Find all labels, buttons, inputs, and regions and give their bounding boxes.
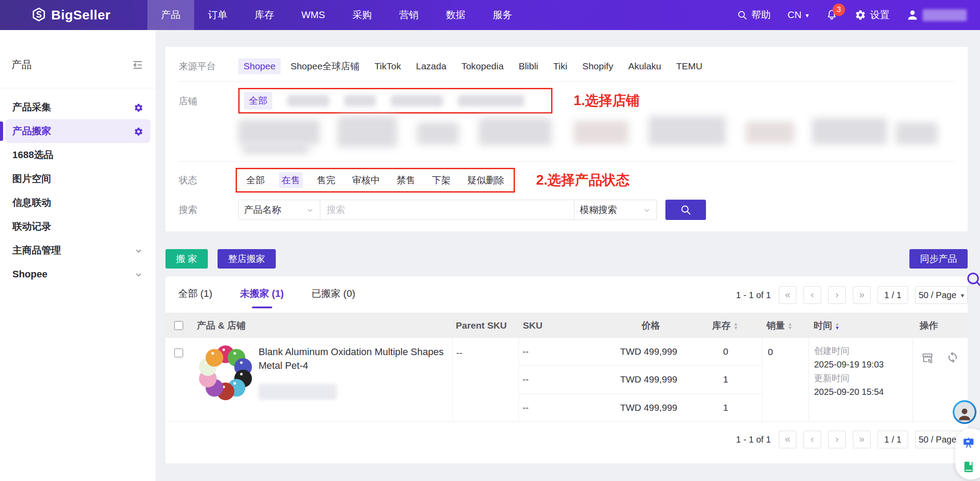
- platform-tab-temu[interactable]: TEMU: [671, 58, 708, 74]
- status-tab-delisted[interactable]: 下架: [429, 172, 453, 188]
- select-all-checkbox[interactable]: [174, 321, 183, 330]
- search-input[interactable]: [320, 200, 574, 220]
- last-page-button[interactable]: »: [853, 286, 871, 304]
- first-page-button[interactable]: «: [779, 431, 796, 448]
- sidebar-item-1688-picks[interactable]: 1688选品: [5, 143, 150, 167]
- product-list-panel: 全部 (1) 未搬家 (1) 已搬家 (0) 1 - 1 of 1 « ‹ › …: [165, 276, 968, 463]
- sidebar-item-product-migrate[interactable]: 产品搬家: [5, 119, 150, 143]
- sync-icon[interactable]: [946, 351, 959, 364]
- tab-not-moved[interactable]: 未搬家 (1): [240, 287, 284, 307]
- tutorial-board-icon[interactable]: [962, 436, 975, 450]
- floating-search-icon[interactable]: [965, 270, 980, 289]
- status-tab-banned[interactable]: 禁售: [394, 172, 418, 188]
- sidebar-item-label: 产品搬家: [12, 125, 51, 138]
- prev-page-button[interactable]: ‹: [804, 286, 821, 304]
- nav-item-wms[interactable]: WMS: [288, 0, 339, 30]
- product-image[interactable]: [197, 344, 254, 401]
- search-button[interactable]: [665, 200, 706, 220]
- sidebar-item-link-records[interactable]: 联动记录: [5, 215, 150, 239]
- status-label: 状态: [179, 174, 238, 186]
- search-type-select[interactable]: 产品名称: [238, 200, 320, 220]
- search-icon: [680, 204, 691, 216]
- sync-products-button[interactable]: 同步产品: [909, 249, 968, 269]
- product-cell: Blank Aluminum Oxidation Multiple Shapes…: [192, 338, 452, 421]
- bigseller-logo-icon: [31, 7, 47, 23]
- variant-stock: 0: [689, 346, 762, 357]
- tab-all[interactable]: 全部 (1): [178, 287, 212, 307]
- notifications-button[interactable]: 3: [826, 9, 838, 21]
- created-time-value: 2025-09-19 19:03: [814, 358, 912, 371]
- sidebar-item-master-products[interactable]: 主商品管理: [5, 239, 150, 262]
- move-button[interactable]: 搬 家: [165, 249, 208, 269]
- platform-tab-akulaku[interactable]: Akulaku: [623, 58, 667, 74]
- variant-sku: --: [519, 346, 614, 357]
- status-tab-deleted[interactable]: 疑似删除: [465, 172, 507, 188]
- move-whole-store-button[interactable]: 整店搬家: [218, 249, 276, 269]
- help-button[interactable]: 帮助: [737, 8, 771, 22]
- notification-badge: 3: [833, 4, 845, 16]
- language-selector[interactable]: CN ▾: [788, 9, 809, 21]
- column-header-product: 产品 & 店铺: [192, 319, 452, 332]
- platform-tab-tiki[interactable]: Tiki: [548, 58, 573, 74]
- status-tab-all[interactable]: 全部: [244, 172, 267, 188]
- platform-tab-lazada[interactable]: Lazada: [411, 58, 452, 74]
- next-page-button[interactable]: ›: [828, 431, 846, 448]
- next-page-button[interactable]: ›: [828, 286, 846, 304]
- sidebar-item-product-scrape[interactable]: 产品采集: [5, 95, 150, 119]
- chevron-down-icon: ▾: [961, 292, 965, 299]
- shop-tab-all[interactable]: 全部: [244, 92, 272, 110]
- gear-icon[interactable]: [134, 102, 143, 113]
- gear-icon[interactable]: [134, 125, 143, 137]
- nav-item-services[interactable]: 服务: [479, 0, 526, 30]
- settings-button[interactable]: 设置: [855, 8, 890, 22]
- column-header-time[interactable]: 时间▲▼: [808, 319, 912, 332]
- last-page-button[interactable]: »: [853, 431, 871, 448]
- pagination-top: 1 - 1 of 1 « ‹ › » 1 / 1 50 / Page ▾: [736, 286, 968, 308]
- column-header-stock[interactable]: 库存▲▼: [688, 319, 762, 332]
- sidebar-item-label: 联动记录: [12, 220, 51, 233]
- sidebar-collapse-icon[interactable]: [132, 59, 143, 71]
- platform-tab-shopee-global[interactable]: Shopee全球店铺: [285, 57, 364, 75]
- per-page-select[interactable]: 50 / Page ▾: [915, 286, 968, 304]
- sidebar-item-shopee[interactable]: Shopee: [5, 262, 150, 286]
- nav-item-purchase[interactable]: 采购: [339, 0, 386, 30]
- sidebar: 产品 产品采集 产品搬家 1688选品 图片空间 信息联动 联动记录: [0, 30, 156, 481]
- column-header-sales[interactable]: 销量▲▼: [762, 319, 808, 332]
- sort-icon: ▲▼: [733, 322, 738, 330]
- page-indicator: 1 / 1: [878, 286, 908, 304]
- nav-item-marketing[interactable]: 营销: [386, 0, 432, 30]
- nav-item-orders[interactable]: 订单: [194, 0, 241, 30]
- prev-page-button[interactable]: ‹: [804, 431, 821, 448]
- platform-tab-blibli[interactable]: Blibli: [513, 58, 543, 74]
- sidebar-item-image-space[interactable]: 图片空间: [5, 167, 150, 191]
- platform-tab-shopee[interactable]: Shopee: [238, 58, 281, 74]
- variant-price: TWD 499,999: [614, 402, 689, 413]
- status-tab-live[interactable]: 在售: [279, 172, 303, 188]
- bigseller-logo[interactable]: BigSeller: [0, 7, 147, 23]
- nav-item-data[interactable]: 数据: [432, 0, 479, 30]
- sidebar-item-info-link[interactable]: 信息联动: [5, 191, 150, 215]
- language-label: CN: [788, 9, 802, 21]
- status-tab-reviewing[interactable]: 审核中: [349, 172, 383, 188]
- guide-book-icon[interactable]: [962, 460, 975, 473]
- sales-cell: 0: [762, 338, 808, 421]
- status-tab-soldout[interactable]: 售完: [314, 172, 338, 188]
- product-title[interactable]: Blank Aluminum Oxidation Multiple Shapes…: [259, 345, 449, 372]
- move-to-store-icon[interactable]: [921, 351, 934, 364]
- platform-tab-tokopedia[interactable]: Tokopedia: [456, 58, 509, 74]
- platform-tab-tiktok[interactable]: TikTok: [369, 58, 406, 74]
- first-page-button[interactable]: «: [779, 286, 796, 304]
- row-checkbox[interactable]: [174, 348, 183, 357]
- search-mode-select[interactable]: 模糊搜索: [574, 200, 657, 220]
- chevron-down-icon: [134, 269, 143, 280]
- tab-moved[interactable]: 已搬家 (0): [312, 287, 355, 307]
- nav-item-products[interactable]: 产品: [147, 0, 194, 30]
- annotation-select-shop: 1.选择店铺: [574, 91, 640, 110]
- support-avatar[interactable]: [953, 400, 976, 424]
- user-account[interactable]: [906, 9, 967, 21]
- support-avatar-image: [954, 402, 975, 422]
- platform-tab-shopify[interactable]: Shopify: [577, 58, 619, 74]
- nav-item-inventory[interactable]: 库存: [241, 0, 288, 30]
- pagination-bottom: 1 - 1 of 1 « ‹ › » 1 / 1 50 / Page ▾: [736, 431, 968, 453]
- status-annotation-box: 全部 在售 售完 审核中 禁售 下架 疑似删除: [236, 168, 515, 193]
